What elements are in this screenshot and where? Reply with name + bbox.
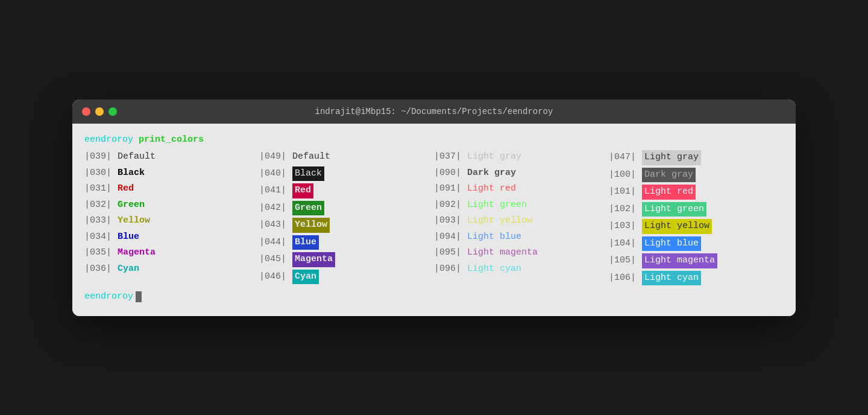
color-code: |104| — [609, 237, 642, 251]
color-code: |033| — [84, 214, 118, 228]
traffic-lights — [82, 107, 117, 116]
color-label: Light gray — [467, 150, 521, 164]
terminal-window: indrajit@iMbp15: ~/Documents/Projects/ee… — [72, 100, 796, 316]
color-code: |042| — [259, 201, 292, 215]
color-label: Default — [118, 150, 156, 164]
minimize-button[interactable] — [95, 107, 104, 116]
window-title: indrajit@iMbp15: ~/Documents/Projects/ee… — [315, 107, 553, 116]
titlebar: indrajit@iMbp15: ~/Documents/Projects/ee… — [72, 100, 796, 124]
color-row: |101|Light red — [609, 183, 784, 201]
color-row: |043|Yellow — [259, 217, 434, 234]
color-row: |042|Green — [259, 200, 434, 217]
color-label: Light gray — [642, 150, 701, 165]
color-row: |047|Light gray — [609, 149, 784, 166]
color-code: |102| — [609, 203, 642, 217]
color-code: |091| — [434, 182, 467, 196]
color-label: Light cyan — [642, 271, 701, 286]
color-code: |031| — [84, 182, 118, 196]
color-row: |039|Default — [84, 149, 259, 165]
color-code: |093| — [434, 214, 467, 228]
color-code: |037| — [434, 150, 467, 164]
color-label: Light cyan — [467, 262, 521, 276]
color-label: Dark gray — [467, 166, 516, 180]
color-row: |091|Light red — [434, 181, 609, 197]
color-label: Magenta — [292, 252, 335, 267]
color-row: |044|Blue — [259, 234, 434, 252]
color-label: Light yellow — [642, 219, 712, 234]
color-row: |096|Light cyan — [434, 261, 609, 277]
color-row: |090|Dark gray — [434, 165, 609, 182]
color-row: |104|Light blue — [609, 235, 784, 253]
color-label: Black — [292, 166, 324, 182]
color-row: |032|Green — [84, 197, 259, 214]
color-row: |033|Yellow — [84, 213, 259, 229]
color-row: |041|Red — [259, 182, 434, 200]
color-col-2: |049|Default|040|Black|041|Red|042|Green… — [259, 149, 434, 287]
color-code: |092| — [434, 198, 467, 212]
color-code: |043| — [259, 218, 292, 232]
color-label: Cyan — [118, 262, 139, 276]
color-label: Dark gray — [642, 168, 696, 183]
color-row: |046|Cyan — [259, 268, 434, 286]
color-label: Light yellow — [467, 214, 532, 228]
color-label: Light green — [642, 202, 706, 217]
color-label: Magenta — [118, 246, 156, 260]
color-table: |039|Default|030|Black|031|Red|032|Green… — [84, 149, 784, 287]
color-code: |044| — [259, 236, 292, 250]
color-row: |093|Light yellow — [434, 213, 609, 229]
color-col-4: |047|Light gray|100|Dark gray|101|Light … — [609, 149, 784, 287]
maximize-button[interactable] — [108, 107, 117, 116]
color-code: |090| — [434, 166, 467, 180]
color-label: Light blue — [467, 230, 521, 244]
color-label: Green — [118, 198, 145, 212]
color-label: Green — [292, 201, 324, 216]
color-row: |040|Black — [259, 165, 434, 183]
color-label: Light green — [467, 198, 527, 212]
color-col-3: |037|Light gray|090|Dark gray|091|Light … — [434, 149, 609, 287]
color-row: |095|Light magenta — [434, 245, 609, 261]
color-code: |034| — [84, 230, 118, 244]
color-row: |103|Light yellow — [609, 218, 784, 235]
prompt-line2: eendroroy — [84, 290, 784, 304]
color-row: |105|Light magenta — [609, 252, 784, 270]
close-button[interactable] — [82, 107, 90, 116]
color-label: Light red — [642, 185, 696, 200]
color-code: |103| — [609, 220, 642, 233]
color-row: |031|Red — [84, 181, 259, 197]
color-code: |047| — [609, 151, 642, 165]
color-code: |046| — [259, 270, 292, 284]
color-code: |096| — [434, 262, 467, 276]
color-row: |045|Magenta — [259, 251, 434, 268]
color-label: Light blue — [642, 236, 701, 252]
color-label: Red — [292, 183, 313, 198]
color-label: Blue — [118, 230, 139, 244]
color-code: |049| — [259, 150, 292, 164]
color-row: |037|Light gray — [434, 149, 609, 165]
color-code: |094| — [434, 230, 467, 244]
color-row: |036|Cyan — [84, 261, 259, 277]
color-label: Light magenta — [642, 253, 717, 268]
color-code: |105| — [609, 254, 642, 268]
color-row: |092|Light green — [434, 197, 609, 214]
color-label: Yellow — [292, 218, 330, 233]
color-code: |101| — [609, 185, 642, 199]
color-row: |030|Black — [84, 165, 259, 182]
color-row: |106|Light cyan — [609, 270, 784, 287]
cursor — [136, 291, 142, 302]
prompt-name2: eendroroy — [84, 290, 133, 304]
color-label: Light magenta — [467, 246, 538, 260]
color-code: |032| — [84, 198, 118, 212]
prompt-line: eendroroy print_colors — [84, 133, 784, 147]
color-code: |045| — [259, 253, 292, 267]
color-code: |030| — [84, 166, 118, 180]
color-col-1: |039|Default|030|Black|031|Red|032|Green… — [84, 149, 259, 287]
color-code: |035| — [84, 246, 118, 260]
color-label: Default — [292, 150, 330, 164]
color-code: |036| — [84, 262, 118, 276]
terminal-body: eendroroy print_colors |039|Default|030|… — [72, 124, 796, 316]
color-row: |049|Default — [259, 149, 434, 165]
color-row: |034|Blue — [84, 229, 259, 246]
color-label: Cyan — [292, 270, 319, 285]
color-code: |040| — [259, 167, 292, 181]
color-code: |106| — [609, 271, 642, 285]
